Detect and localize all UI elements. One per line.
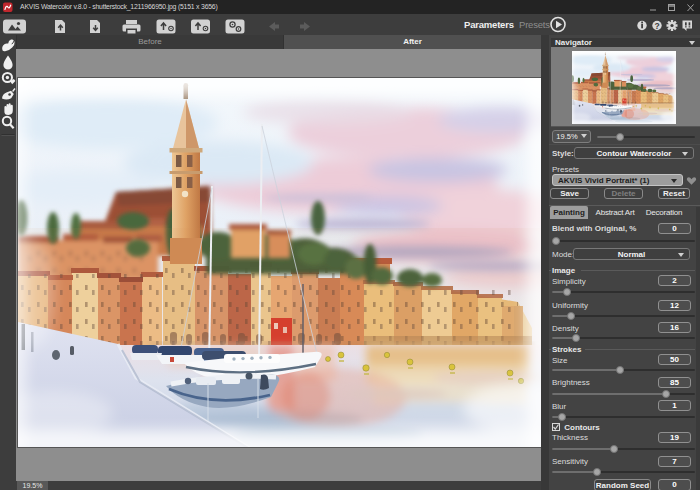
- svg-text:?: ?: [654, 21, 659, 31]
